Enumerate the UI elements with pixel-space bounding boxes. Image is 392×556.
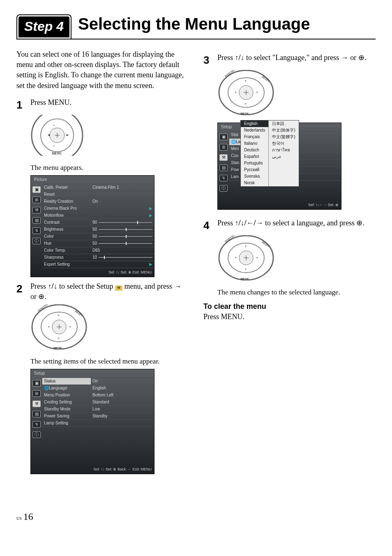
svg-text:MENU: MENU (53, 346, 62, 350)
dpad-figure-2: ++++ POSITION RESET MENU (217, 70, 275, 115)
toolbox-icon: ⚒ (115, 285, 122, 291)
svg-text:MENU: MENU (240, 277, 249, 280)
svg-text:+: + (69, 324, 71, 329)
function-icon: ▤ (32, 217, 41, 224)
svg-text:+: + (244, 79, 247, 83)
dpad-figure-1: + + + + POSITION RESET MENU (30, 304, 88, 350)
svg-text:POSITION: POSITION (37, 304, 50, 313)
svg-text:POSITION: POSITION (224, 70, 237, 78)
svg-text:+: + (235, 90, 237, 95)
svg-text:+: + (53, 123, 55, 127)
svg-text:+: + (256, 255, 258, 260)
svg-text:+: + (244, 267, 247, 271)
dpad-figure-menu: + ◄ ► + MENU (30, 115, 84, 156)
step-1-note: The menu appears. (30, 163, 189, 173)
clear-menu-body: Press MENU. (203, 312, 376, 322)
step-1-body: Press MENU. (30, 97, 189, 112)
page-title: Selecting the Menu Language (78, 14, 310, 33)
svg-text:MENU: MENU (52, 152, 62, 155)
clear-menu-heading: To clear the menu (203, 301, 376, 312)
svg-text:+: + (58, 313, 60, 317)
region-code: US (16, 516, 22, 521)
step-badge: Step 4 (16, 14, 71, 39)
step-2-note: The setting items of the selected menu a… (30, 357, 189, 366)
svg-text:RESET: RESET (261, 241, 271, 248)
svg-text:MENU: MENU (240, 112, 249, 115)
four-way-arrow-icon: ↑/↓/←/→ (235, 219, 263, 227)
menu-icon-column: ▣ ⊞ ⚒ ▤ ↯ ⓘ (31, 184, 42, 268)
svg-text:+: + (244, 102, 247, 106)
picture-menu: Picture ▣ ⊞ ⚒ ▤ ↯ ⓘ Calib. PresetCinema … (30, 175, 154, 277)
step-4-note: The menu changes to the selected languag… (217, 287, 376, 297)
svg-text:RESET: RESET (74, 310, 84, 317)
svg-text:+: + (53, 144, 55, 148)
step-3-body: Press ↑/↓ to select "Language," and pres… (217, 53, 376, 67)
dpad-figure-3: ++++ POSITION RESET MENU (217, 235, 275, 280)
svg-text:+: + (48, 324, 50, 329)
up-down-arrow-icon: ↑/↓ (235, 53, 244, 62)
picture-menu-footer: Sel: ↑↓ Set: ⊕ Exit: MENU (31, 268, 154, 277)
svg-text:◄: ◄ (47, 133, 51, 137)
svg-text:+: + (256, 90, 258, 95)
step-number-3: 3 (203, 53, 212, 67)
step-number-1: 1 (16, 97, 25, 112)
page-number: 16 (23, 511, 33, 522)
screen-icon: ⊞ (32, 197, 41, 203)
language-menu: Setup ▣⊞⚒▤↯ⓘ Stat🌐LaMenCooStanPowLam Eng… (217, 123, 341, 210)
setup-menu-footer: Sel: ↑↓ Set: ⊕ Back: ← Exit: MENU (31, 465, 154, 474)
install-icon: ↯ (32, 227, 41, 234)
step-label: Step 4 (18, 16, 69, 37)
svg-text:►: ► (66, 133, 69, 137)
step-4-body: Press ↑/↓/←/→ to select a language, and … (217, 218, 376, 233)
picture-icon: ▣ (32, 186, 41, 193)
language-list: EnglishNederlandsFrançaisItalianoDeutsch… (240, 120, 299, 187)
svg-text:RESET: RESET (261, 75, 271, 83)
info-icon: ⓘ (32, 238, 41, 244)
step-2-body: Press ↑/↓ to select the Setup ⚒ menu, an… (30, 281, 189, 302)
svg-text:+: + (235, 255, 237, 260)
page-footer: US 16 (16, 511, 376, 522)
step-number-4: 4 (203, 218, 212, 233)
setup-menu-title: Setup (31, 369, 154, 378)
svg-text:+: + (58, 336, 60, 341)
language-menu-footer: Sel: ↑↓←→ Set: ⊕ (306, 201, 341, 209)
svg-text:POSITION: POSITION (224, 235, 237, 243)
up-down-arrow-icon: ↑/↓ (48, 282, 58, 290)
intro-text: You can select one of 16 languages for d… (16, 49, 189, 91)
setup-menu: Setup ▣⊞⚒▤↯ⓘ StatusOn🌐LanguageEnglishMen… (30, 369, 154, 474)
setup-icon: ⚒ (32, 207, 41, 213)
svg-text:+: + (244, 244, 247, 248)
step-number-2: 2 (16, 281, 25, 302)
picture-menu-title: Picture (31, 176, 154, 184)
